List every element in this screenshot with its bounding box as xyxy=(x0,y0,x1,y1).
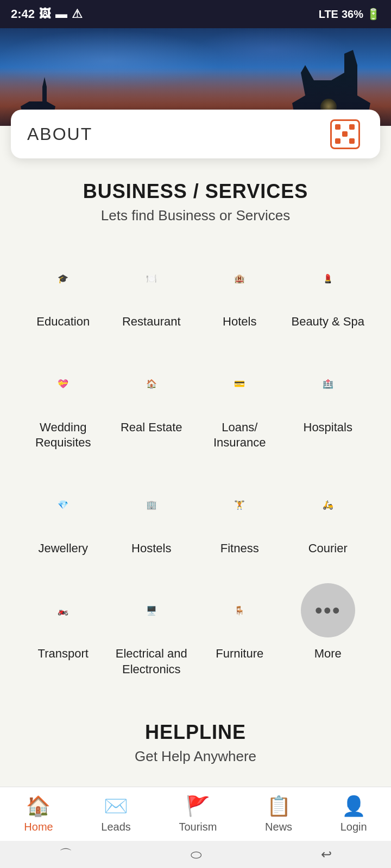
business-item-real-estate[interactable]: 🏠 Real Estate xyxy=(110,346,193,462)
beauty-spa-icon: 💄 xyxy=(301,251,355,305)
education-label: Education xyxy=(36,314,90,330)
business-title: BUSINESS / SERVICES xyxy=(16,180,375,203)
restaurant-label: Restaurant xyxy=(122,314,181,330)
photo-icon: 🖼 xyxy=(39,7,51,21)
business-item-beauty-spa[interactable]: 💄 Beauty & Spa xyxy=(287,240,370,341)
nav-news[interactable]: 📋 News xyxy=(254,789,303,839)
fitness-icon: 🏋️ xyxy=(212,478,267,532)
business-item-transport[interactable]: 🏍️ Transport xyxy=(22,572,105,688)
business-item-education[interactable]: 🎓 Education xyxy=(22,240,105,341)
status-bar: 2:42 🖼 ▬ ⚠ LTE 36% 🔋 xyxy=(0,0,391,28)
hostels-icon: 🏢 xyxy=(124,478,179,532)
qr-cell xyxy=(335,124,340,130)
android-nav-bar: ⌒ ⬭ ↩ xyxy=(0,841,391,868)
business-item-jewellery[interactable]: 💎 Jewellery xyxy=(22,467,105,567)
tourism-icon: 🚩 xyxy=(186,795,210,818)
wedding-icon: 💝 xyxy=(36,357,90,411)
business-item-courier[interactable]: 🛵 Courier xyxy=(287,467,370,567)
business-item-hospitals[interactable]: 🏥 Hospitals xyxy=(287,346,370,462)
hotels-label: Hotels xyxy=(223,314,256,330)
loans-icon: 💳 xyxy=(212,357,267,411)
business-section: BUSINESS / SERVICES Lets find Business o… xyxy=(0,158,391,699)
sim-icon: ▬ xyxy=(55,7,67,21)
nav-leads-label: Leads xyxy=(101,821,131,833)
qr-cell xyxy=(342,138,348,144)
beauty-spa-label: Beauty & Spa xyxy=(291,314,364,330)
hospitals-icon: 🏥 xyxy=(301,357,355,411)
qr-cell xyxy=(349,138,355,144)
android-home-button[interactable]: ⬭ xyxy=(191,847,202,862)
electrical-icon: 🖥️ xyxy=(124,583,179,637)
business-item-hostels[interactable]: 🏢 Hostels xyxy=(110,467,193,567)
login-icon: 👤 xyxy=(342,795,366,818)
real-estate-icon: 🏠 xyxy=(124,357,179,411)
real-estate-label: Real Estate xyxy=(121,420,182,436)
hospitals-label: Hospitals xyxy=(304,420,352,436)
business-item-wedding[interactable]: 💝 Wedding Requisites xyxy=(22,346,105,462)
business-item-hotels[interactable]: 🏨 Hotels xyxy=(198,240,281,341)
business-item-more[interactable]: ••• More xyxy=(287,572,370,688)
nav-login[interactable]: 👤 Login xyxy=(330,789,378,839)
qr-cell xyxy=(342,131,348,137)
nav-news-label: News xyxy=(265,821,292,833)
battery-icon: 🔋 xyxy=(367,8,380,21)
business-item-fitness[interactable]: 🏋️ Fitness xyxy=(198,467,281,567)
helpline-title: HELPLINE xyxy=(16,721,375,744)
android-recent-button[interactable]: ⌒ xyxy=(59,846,72,863)
hotels-icon: 🏨 xyxy=(212,251,267,305)
business-item-loans[interactable]: 💳 Loans/ Insurance xyxy=(198,346,281,462)
qr-cell xyxy=(349,124,355,130)
nav-leads[interactable]: ✉️ Leads xyxy=(90,789,142,839)
status-right: LTE 36% 🔋 xyxy=(319,8,380,21)
qr-icon xyxy=(330,119,360,149)
leads-icon: ✉️ xyxy=(104,795,128,818)
qr-cell xyxy=(335,138,340,144)
transport-label: Transport xyxy=(38,646,89,662)
hostels-label: Hostels xyxy=(131,541,171,557)
android-back-button[interactable]: ↩ xyxy=(321,847,332,862)
furniture-label: Furniture xyxy=(216,646,263,662)
nav-tourism-label: Tourism xyxy=(179,821,217,833)
courier-label: Courier xyxy=(308,541,348,557)
business-grid: 🎓 Education 🍽️ Restaurant 🏨 Hotels 💄 Bea… xyxy=(16,240,375,688)
signal-text: LTE xyxy=(319,8,338,21)
news-icon: 📋 xyxy=(267,795,291,818)
nav-home-label: Home xyxy=(24,821,53,833)
business-item-furniture[interactable]: 🪑 Furniture xyxy=(198,572,281,688)
battery-text: 36% xyxy=(342,8,363,21)
fitness-label: Fitness xyxy=(220,541,259,557)
nav-home[interactable]: 🏠 Home xyxy=(13,789,64,839)
business-item-electrical[interactable]: 🖥️ Electrical and Electronics xyxy=(110,572,193,688)
jewellery-label: Jewellery xyxy=(38,541,88,557)
qr-cell xyxy=(335,131,340,137)
transport-icon: 🏍️ xyxy=(36,583,90,637)
about-bar: ABOUT xyxy=(11,110,380,158)
restaurant-icon: 🍽️ xyxy=(124,251,179,305)
education-icon: 🎓 xyxy=(36,251,90,305)
business-more-label: More xyxy=(314,646,342,662)
home-icon: 🏠 xyxy=(26,795,51,818)
bottom-nav: 🏠 Home ✉️ Leads 🚩 Tourism 📋 News 👤 Login xyxy=(0,787,391,841)
about-label: ABOUT xyxy=(27,124,92,144)
jewellery-icon: 💎 xyxy=(36,478,90,532)
business-item-restaurant[interactable]: 🍽️ Restaurant xyxy=(110,240,193,341)
business-more-dots: ••• xyxy=(301,583,355,637)
electrical-label: Electrical and Electronics xyxy=(113,646,191,677)
status-left: 2:42 🖼 ▬ ⚠ xyxy=(11,7,83,21)
time: 2:42 xyxy=(11,7,35,21)
business-subtitle: Lets find Business or Services xyxy=(16,207,375,224)
courier-icon: 🛵 xyxy=(301,478,355,532)
furniture-icon: 🪑 xyxy=(212,583,267,637)
nav-login-label: Login xyxy=(340,821,367,833)
alert-icon: ⚠ xyxy=(72,7,83,21)
qr-scan-button[interactable] xyxy=(326,118,364,150)
loans-label: Loans/ Insurance xyxy=(201,420,279,451)
wedding-label: Wedding Requisites xyxy=(24,420,102,451)
nav-tourism[interactable]: 🚩 Tourism xyxy=(168,789,228,839)
qr-cell xyxy=(342,124,348,130)
helpline-subtitle: Get Help Anywhere xyxy=(16,748,375,765)
qr-cell xyxy=(349,131,355,137)
